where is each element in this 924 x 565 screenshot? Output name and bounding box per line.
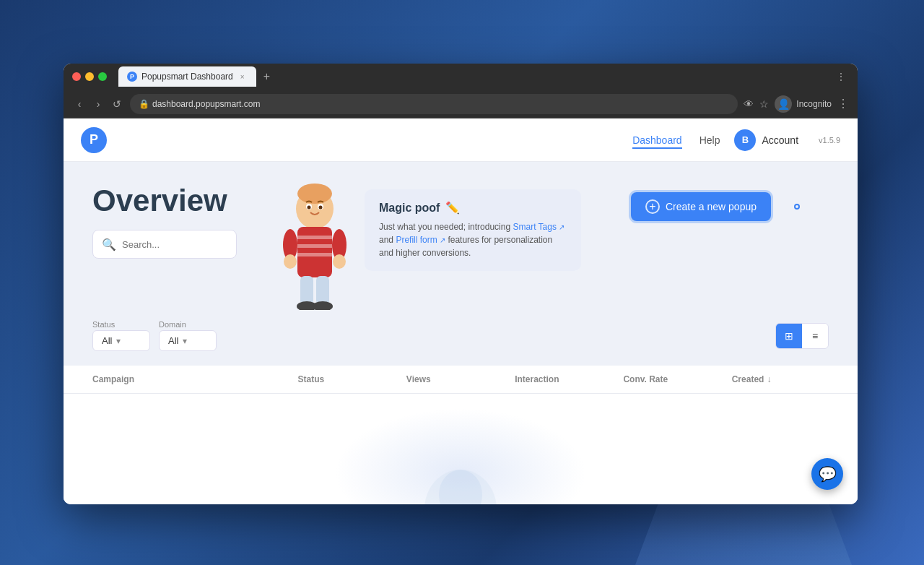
domain-chevron-icon: ▾ <box>183 336 187 346</box>
nav-buttons: ‹ › ↺ <box>72 97 124 111</box>
forward-button[interactable]: › <box>91 97 105 111</box>
app-logo: P <box>81 127 107 153</box>
pencil-icon: ✏️ <box>445 201 460 215</box>
create-button-wrapper: + Create a new popup <box>794 204 800 210</box>
column-created[interactable]: Created ↓ <box>732 374 829 384</box>
chat-widget-button[interactable]: 💬 <box>811 458 843 490</box>
create-button-focus-ring: + Create a new popup <box>794 204 800 210</box>
table-header: Campaign Status Views Interaction Conv. … <box>64 366 858 394</box>
active-tab[interactable]: P Popupsmart Dashboard × <box>118 66 256 87</box>
back-button[interactable]: ‹ <box>72 97 87 111</box>
status-filter-value: All <box>102 335 112 346</box>
empty-state-illustration <box>417 437 504 504</box>
svg-rect-3 <box>297 236 332 239</box>
close-window-button[interactable] <box>72 72 81 81</box>
overview-left: Overview 🔍 <box>92 184 266 259</box>
search-input[interactable] <box>122 239 227 250</box>
svg-point-8 <box>284 254 297 269</box>
traffic-lights <box>72 72 107 81</box>
status-chevron-icon: ▾ <box>116 336 121 346</box>
list-view-button[interactable]: ≡ <box>802 324 828 348</box>
version-badge: v1.5.9 <box>819 136 840 145</box>
address-bar: ‹ › ↺ 🔒 dashboard.popupsmart.com 👁 ☆ 👤 I… <box>64 90 858 118</box>
browser-tabs: P Popupsmart Dashboard × + <box>118 66 827 87</box>
maximize-window-button[interactable] <box>98 72 107 81</box>
announcement-text: Just what you needed; introducing Smart … <box>379 220 567 259</box>
app-content: P Dashboard Help B Account v1.5.9 Overvi… <box>64 118 858 504</box>
create-popup-button[interactable]: + Create a new popup <box>631 192 771 221</box>
incognito-area: 👤 Incognito <box>775 95 832 113</box>
column-status: Status <box>298 374 395 384</box>
browser-menu-button[interactable]: ⋮ <box>833 71 849 82</box>
character-svg <box>277 184 353 310</box>
domain-filter-select[interactable]: All ▾ <box>159 330 217 351</box>
overview-title: Overview <box>92 184 266 218</box>
overview-section: Overview 🔍 <box>64 162 858 366</box>
column-views: Views <box>406 374 503 384</box>
column-conv-rate: Conv. Rate <box>623 374 720 384</box>
svg-point-9 <box>333 254 346 269</box>
svg-rect-2 <box>297 227 332 277</box>
nav-help[interactable]: Help <box>699 131 720 149</box>
svg-point-17 <box>319 206 323 210</box>
grid-icon: ⊞ <box>785 330 793 342</box>
svg-rect-5 <box>297 253 332 256</box>
search-icon: 🔍 <box>102 238 116 251</box>
browser-chrome: P Popupsmart Dashboard × + ⋮ <box>64 64 858 90</box>
smart-tags-link[interactable]: Smart Tags <box>513 222 556 232</box>
app-header: P Dashboard Help B Account v1.5.9 <box>64 118 858 162</box>
account-label: Account <box>762 134 798 146</box>
address-input[interactable]: 🔒 dashboard.popupsmart.com <box>130 94 738 114</box>
search-bar[interactable]: 🔍 <box>92 230 237 259</box>
domain-filter-value: All <box>168 335 178 346</box>
browser-more-button[interactable]: ⋮ <box>837 97 849 111</box>
empty-state <box>64 394 858 504</box>
domain-filter-label: Domain <box>159 320 217 329</box>
account-avatar: B <box>734 129 756 151</box>
column-campaign: Campaign <box>92 374 287 384</box>
announcement-box: Magic poof ✏️ Just what you needed; intr… <box>365 189 581 271</box>
table-section: Campaign Status Views Interaction Conv. … <box>64 366 858 504</box>
character-illustration <box>277 184 353 310</box>
status-filter-select[interactable]: All ▾ <box>92 330 150 351</box>
incognito-label: Incognito <box>796 99 832 109</box>
header-account[interactable]: B Account <box>734 129 798 151</box>
reload-button[interactable]: ↺ <box>110 97 124 111</box>
incognito-icon: 👤 <box>775 95 792 113</box>
browser-window: P Popupsmart Dashboard × + ⋮ ‹ › ↺ 🔒 das… <box>64 64 858 504</box>
column-interaction: Interaction <box>515 374 611 384</box>
status-filter-group: Status All ▾ <box>92 320 150 351</box>
svg-point-1 <box>297 184 332 204</box>
eye-off-icon: 👁 <box>744 98 754 110</box>
filters-row: Status All ▾ Domain All ▾ <box>92 320 829 351</box>
svg-point-16 <box>308 206 311 210</box>
tab-favicon: P <box>127 72 137 82</box>
svg-rect-11 <box>316 276 329 305</box>
address-actions: 👁 ☆ <box>744 98 769 110</box>
minimize-window-button[interactable] <box>85 72 94 81</box>
domain-filter-group: Domain All ▾ <box>159 320 217 351</box>
svg-rect-10 <box>300 276 313 305</box>
grid-view-button[interactable]: ⊞ <box>776 324 802 348</box>
lock-icon: 🔒 <box>139 99 149 109</box>
nav-dashboard[interactable]: Dashboard <box>632 131 682 149</box>
tab-close-button[interactable]: × <box>237 72 248 82</box>
svg-rect-4 <box>297 244 332 248</box>
new-tab-button[interactable]: + <box>259 70 274 83</box>
star-icon[interactable]: ☆ <box>759 98 769 110</box>
announcement-title: Magic poof ✏️ <box>379 201 567 215</box>
address-text: dashboard.popupsmart.com <box>152 99 260 109</box>
create-plus-icon: + <box>645 199 660 214</box>
view-toggle: ⊞ ≡ <box>775 323 829 349</box>
sort-icon: ↓ <box>767 374 771 384</box>
chat-icon: 💬 <box>819 465 837 483</box>
main-content: Overview 🔍 <box>64 162 858 504</box>
status-filter-label: Status <box>92 320 150 329</box>
prefill-form-link[interactable]: Prefill form <box>396 235 437 245</box>
svg-point-13 <box>313 301 333 310</box>
list-icon: ≡ <box>812 330 818 342</box>
tab-title: Popupsmart Dashboard <box>141 72 233 82</box>
header-nav: Dashboard Help <box>632 131 720 149</box>
